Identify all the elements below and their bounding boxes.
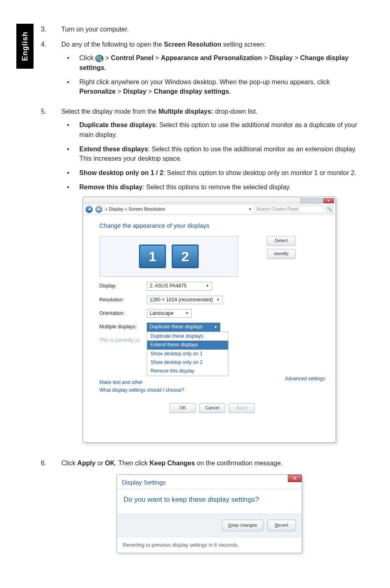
search-icon[interactable]: 🔍 [326, 206, 333, 213]
dialog-title: Display Settings [122, 478, 166, 487]
bullet-text: Right click anywhere on your Windows des… [79, 77, 357, 96]
forward-button[interactable]: ► [95, 206, 103, 213]
start-icon [95, 55, 103, 62]
bullet-start-menu-path: • Click > Control Panel > Appearance and… [61, 53, 357, 72]
multiple-displays-select[interactable]: Duplicate these displays▼ [147, 323, 220, 331]
step-text: Turn on your computer. [61, 25, 357, 34]
keep-changes-button[interactable]: Keep changes [222, 520, 263, 531]
link-what-settings[interactable]: What display settings should I choose? [99, 387, 325, 394]
apply-button[interactable]: Apply [229, 403, 255, 413]
minimize-button[interactable] [300, 198, 311, 203]
ok-button[interactable]: OK [170, 403, 196, 413]
bullet-show-only: • Show desktop only on 1 / 2: Select thi… [61, 168, 357, 177]
bullet-duplicate: • Duplicate these displays: Select this … [61, 120, 357, 139]
label-resolution: Resolution: [99, 296, 147, 303]
step-number: 4. [41, 40, 61, 101]
step-6: 6. Click Apply or OK. Then click Keep Ch… [41, 458, 357, 560]
resolution-select[interactable]: 1280 × 1024 (recommended)▼ [147, 296, 223, 304]
breadcrumb-caret-icon[interactable]: ▾ [249, 206, 251, 213]
chevron-down-icon: ▼ [214, 325, 217, 330]
note-currently: This is currently yo [99, 337, 325, 344]
close-button[interactable]: ✕ [323, 198, 334, 203]
dropdown-item-show1[interactable]: Show desktop only on 1 [147, 350, 228, 358]
address-bar: ◄ ► « Display » Screen Resolution ▾ Sear… [83, 204, 336, 215]
monitor-2-icon[interactable]: 2 [172, 245, 199, 268]
dropdown-item-remove[interactable]: Remove this display [147, 367, 228, 375]
row-resolution: Resolution: 1280 × 1024 (recommended)▼ [99, 296, 325, 304]
step-text: Select the display mode from the Multipl… [61, 108, 258, 115]
language-tab: English [16, 24, 34, 69]
row-orientation: Orientation: Landscape▼ [99, 309, 325, 318]
label-multiple: Multiple displays: [99, 323, 147, 330]
dialog-question: Do you want to keep these display settin… [123, 495, 295, 505]
bullet-dot: • [61, 77, 79, 96]
page-heading: Change the appearance of your displays [99, 221, 325, 230]
display-settings-dialog: Display Settings ✕ Do you want to keep t… [117, 474, 302, 553]
display-select[interactable]: 2. ASUS PA4875▼ [147, 282, 212, 290]
monitor-1-icon[interactable]: 1 [139, 245, 166, 268]
monitor-arrangement[interactable]: 1 2 [99, 236, 238, 277]
close-button[interactable]: ✕ [288, 475, 302, 482]
bullet-right-click: • Right click anywhere on your Windows d… [61, 77, 357, 96]
step-4: 4. Do any of the following to open the S… [41, 40, 357, 101]
maximize-button[interactable] [312, 198, 323, 203]
bullet-dot: • [61, 120, 79, 139]
bullet-extend: • Extend these displays: Select this opt… [61, 144, 357, 163]
step-text: Do any of the following to open the Scre… [61, 41, 266, 48]
bullet-dot: • [61, 168, 79, 177]
step-number: 5. [41, 107, 61, 453]
chevron-down-icon: ▼ [206, 283, 209, 289]
revert-button[interactable]: Revert [267, 520, 296, 531]
step-number: 6. [41, 458, 61, 560]
bullet-text: Click > Control Panel > Appearance and P… [79, 53, 357, 72]
breadcrumb[interactable]: « Display » Screen Resolution [105, 206, 246, 213]
bullet-dot: • [61, 182, 79, 192]
dialog-countdown: Reverting to previous display settings i… [117, 537, 302, 553]
dialog-button-row: OK Cancel Apply [99, 403, 325, 413]
link-advanced-settings[interactable]: Advanced settings [285, 375, 325, 382]
search-input[interactable]: Search Control Panel [254, 206, 323, 213]
window-titlebar: ✕ [83, 197, 336, 204]
step-5: 5. Select the display mode from the Mult… [41, 107, 357, 453]
screen-resolution-window: ✕ ◄ ► « Display » Screen Resolution ▾ Se… [83, 197, 336, 442]
chevron-down-icon: ▼ [216, 297, 220, 303]
step-number: 3. [41, 25, 61, 34]
dialog-button-row: Keep changes Revert [117, 514, 302, 537]
dropdown-item-show2[interactable]: Show desktop only on 2 [147, 358, 228, 367]
detect-button[interactable]: Detect [267, 236, 296, 246]
step-text: Click Apply or OK. Then click Keep Chang… [61, 460, 282, 467]
identify-button[interactable]: Identify [267, 249, 296, 259]
back-button[interactable]: ◄ [85, 206, 93, 213]
bullet-remove: • Remove this display: Select this optio… [61, 182, 357, 192]
label-display: Display: [99, 283, 147, 290]
bullet-dot: • [61, 53, 79, 72]
label-orientation: Orientation: [99, 310, 147, 317]
row-display: Display: 2. ASUS PA4875▼ [99, 282, 325, 290]
row-multiple-displays: Multiple displays: Duplicate these displ… [99, 323, 325, 331]
step-3: 3. Turn on your computer. [41, 25, 357, 34]
chevron-down-icon: ▼ [185, 311, 189, 316]
language-label: English [21, 31, 29, 61]
orientation-select[interactable]: Landscape▼ [147, 309, 192, 318]
bullet-dot: • [61, 144, 79, 163]
cancel-button[interactable]: Cancel [199, 403, 225, 413]
